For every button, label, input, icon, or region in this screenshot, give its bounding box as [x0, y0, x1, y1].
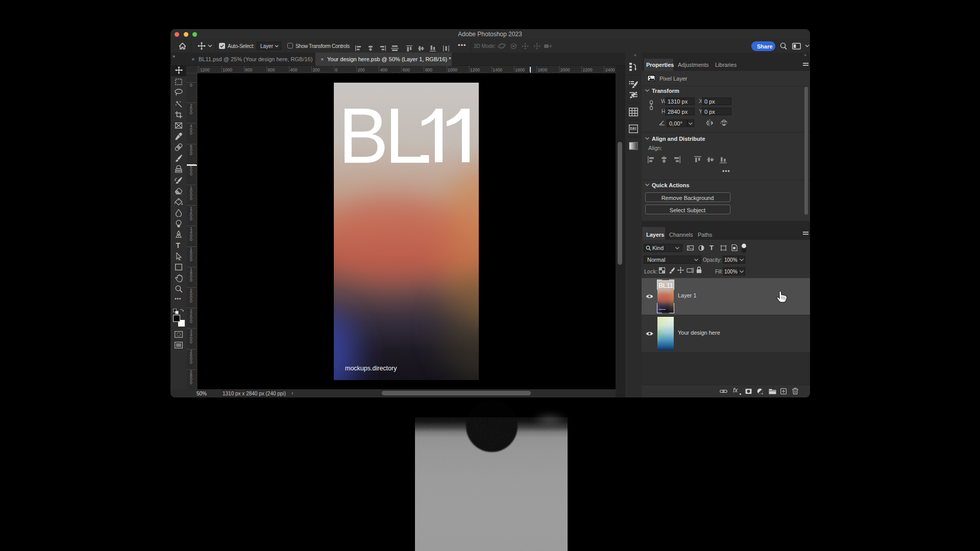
svg-text:T: T [176, 242, 181, 249]
